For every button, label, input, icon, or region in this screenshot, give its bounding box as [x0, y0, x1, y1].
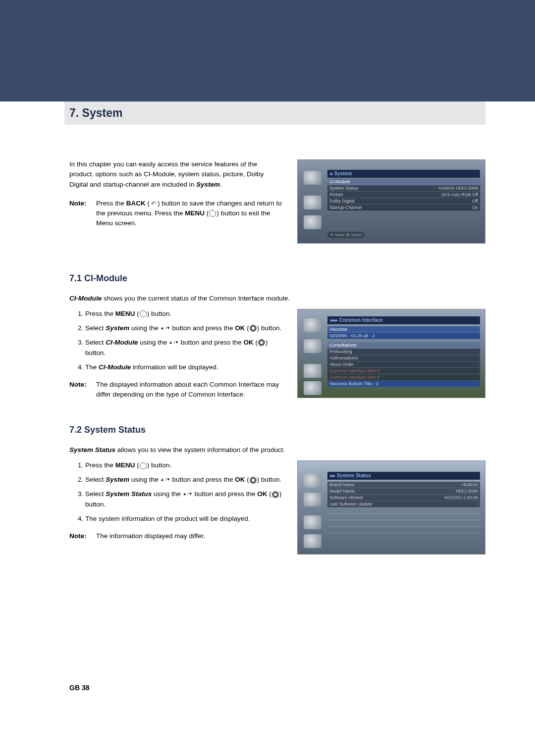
s72-3b: System Status — [106, 490, 152, 498]
s3-row-2: Software VersionHOXOCI 1.00.00 — [327, 495, 480, 501]
sec71-intro: CI-Module shows you the current status o… — [69, 294, 485, 304]
page-content: 7. System In this chapter you can easily… — [69, 101, 485, 579]
s1-r3-k: Dolby Digital — [329, 199, 355, 203]
s1-r3-v: Off — [472, 199, 478, 203]
chapter-title: 7. System — [69, 106, 481, 120]
sec72-intro-b: System Status — [69, 446, 115, 454]
s2-r6: Common Interface Item 5 — [329, 368, 380, 373]
s3-r2-v: HOXOCI 1.00.00 — [444, 495, 478, 500]
s3-r3-v: - — [477, 502, 478, 506]
sec72-heading: 7.2 System Status — [69, 425, 485, 435]
sec72-step-4: The system information of the product wi… — [85, 514, 282, 524]
s3-row-1: Model NameHDCI-2000 — [327, 488, 480, 495]
side-icon-1 — [304, 171, 321, 185]
side-icon-4 — [304, 381, 321, 395]
s2-r7: Common Interface Item 6 — [329, 375, 380, 380]
s71-2e: OK — [235, 324, 245, 332]
ci-module-screenshot: ▸▸▸ Common Interface Viaccess 02/29/99 -… — [297, 309, 485, 398]
s2-row-2: Consultations — [327, 342, 480, 349]
side-icon-4 — [304, 534, 321, 548]
sec71-text: Press the MENU () button. Select System … — [69, 309, 282, 400]
note-t1: Press the — [96, 200, 126, 207]
sec72-note-label: Note: — [69, 531, 91, 542]
sec71-heading: 7.1 CI-Module — [69, 273, 485, 284]
screenshot1-hint: ⟳ Move ⦿ Select — [327, 232, 365, 238]
side-icon-2 — [304, 493, 321, 506]
paren: ) — [279, 490, 282, 498]
s72-3e: OK — [257, 490, 267, 498]
ok-icon — [271, 492, 279, 498]
s72-2b: System — [106, 476, 129, 483]
side-icon-3 — [304, 364, 321, 378]
s2-r0: Viaccess — [329, 327, 347, 332]
sec72-note: Note: The information displayed may diff… — [69, 531, 282, 542]
menu-icon — [139, 463, 147, 469]
updown-icon — [183, 491, 193, 497]
intro-note: Note: Press the BACK () button to save t… — [69, 199, 282, 229]
s1-r4-v: On — [472, 205, 478, 210]
s3-row-blank3 — [327, 520, 480, 527]
sec71-intro-r: shows you the current status of the Comm… — [102, 295, 290, 302]
s72-2f: button. — [259, 476, 281, 483]
s71-2a: Select — [85, 324, 106, 332]
s3-r1-v: HDCI-2000 — [456, 489, 478, 494]
sec72-intro: System Status allows you to view the sys… — [69, 445, 485, 455]
s71-2d: button and press the — [170, 324, 235, 332]
updown-icon — [160, 477, 170, 483]
s71-4c: information will be displayed. — [131, 363, 218, 371]
s72-2c: using the — [129, 476, 160, 483]
side-icon-2 — [304, 339, 321, 353]
s3-r0-v: HUMAX — [462, 482, 478, 487]
s3-row-3: Last Software Update- — [327, 501, 480, 507]
side-icon-1 — [304, 318, 321, 332]
s71-3a: Select — [85, 339, 106, 346]
s1-row-1: System StatusHUMAX HDCI-2000 — [327, 185, 480, 192]
s3-row-blank1 — [327, 507, 480, 514]
s3-row-blank2 — [327, 514, 480, 520]
screenshot1-title: ▸ System — [327, 170, 480, 178]
sec71-step-4: The CI-Module information will be displa… — [85, 362, 282, 373]
sec71-body: Press the MENU () button. Select System … — [69, 309, 485, 400]
system-status-screenshot: ▸▸ System Status Brand NameHUMAX Model N… — [297, 460, 485, 554]
top-band — [0, 0, 535, 101]
s1-r1-v: HUMAX HDCI-2000 — [438, 186, 478, 191]
s72-2a: Select — [85, 476, 106, 483]
s72-3c: using the — [152, 490, 182, 498]
sec71-steps: Press the MENU () button. Select System … — [85, 309, 282, 373]
intro-para-bold: System — [196, 181, 220, 188]
s71-3d: button and press the — [179, 339, 244, 346]
s72-2e: OK — [235, 476, 245, 483]
s2-r5: About Order — [329, 362, 354, 367]
note-paren-close2: ) — [216, 209, 219, 217]
screenshot2-title: ▸▸▸ Common Interface — [327, 316, 480, 324]
section-7-1: 7.1 CI-Module CI-Module shows you the cu… — [69, 273, 485, 400]
side-icon-3 — [304, 515, 321, 529]
s72-1a: Press the — [85, 461, 115, 469]
note-label: Note: — [69, 199, 91, 229]
menu-icon — [139, 311, 147, 317]
ok-icon — [249, 477, 257, 483]
sec72-note-body: The information displayed may differ. — [96, 531, 282, 542]
s3-row-blank4 — [327, 527, 480, 533]
s71-4a: The — [85, 363, 99, 371]
s72-1c: button. — [149, 461, 171, 469]
s71-1c: button. — [149, 310, 171, 317]
s2-r4: Authorizations — [329, 355, 358, 360]
s71-4b: CI-Module — [99, 363, 131, 371]
intro-para-tail: . — [220, 181, 222, 188]
s71-2b: System — [106, 324, 129, 332]
sec71-note-label: Note: — [69, 380, 91, 401]
s3-r1-k: Model Name — [329, 489, 355, 494]
sec71-intro-b: CI-Module — [69, 295, 102, 302]
s71-1a: Press the — [85, 310, 115, 317]
s71-3c: using the — [138, 339, 169, 346]
sec72-body: Press the MENU () button. Select System … — [69, 460, 485, 554]
s2-r3: Prebooking — [329, 349, 352, 354]
s1-r2-v: 16:9 Auto RGB Off — [441, 192, 478, 197]
s1-row-4: Startup-ChannelOn — [327, 204, 480, 211]
s71-2f: button. — [259, 324, 281, 332]
updown-icon — [160, 325, 170, 331]
s72-3d: button and press the — [193, 490, 258, 498]
s1-r2-k: Picture — [329, 192, 343, 197]
updown-icon — [169, 340, 179, 346]
